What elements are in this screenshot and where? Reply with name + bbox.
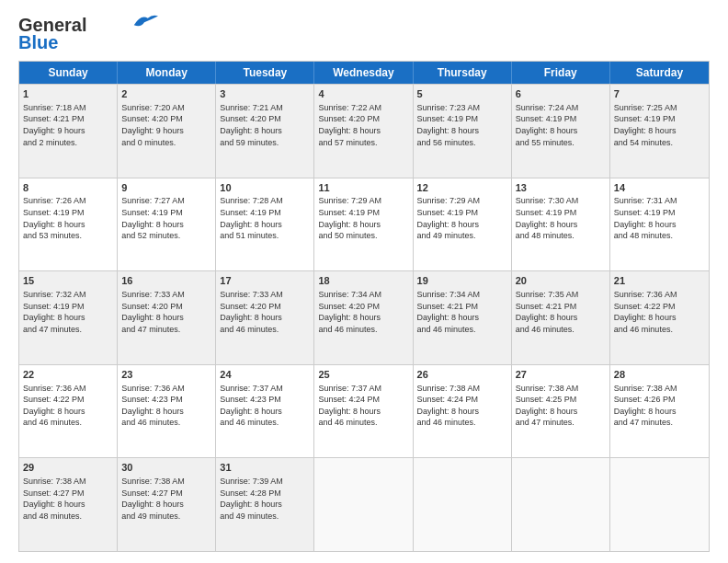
day-info: Daylight: 8 hours <box>614 125 705 137</box>
day-info: Sunrise: 7:29 AM <box>318 195 408 207</box>
day-info: and 46 minutes. <box>614 324 705 336</box>
day-number: 20 <box>516 274 606 288</box>
day-header-thursday: Thursday <box>414 62 512 84</box>
day-number: 10 <box>220 181 310 195</box>
day-info: Daylight: 8 hours <box>417 406 507 418</box>
day-info: Daylight: 8 hours <box>220 125 310 137</box>
calendar-week: 22Sunrise: 7:36 AMSunset: 4:22 PMDayligh… <box>19 364 709 458</box>
day-info: and 49 minutes. <box>417 230 507 242</box>
day-header-monday: Monday <box>118 62 216 84</box>
day-info: Sunset: 4:21 PM <box>516 301 606 313</box>
day-info: Sunrise: 7:30 AM <box>516 195 606 207</box>
calendar-day-14: 14Sunrise: 7:31 AMSunset: 4:19 PMDayligh… <box>610 178 709 271</box>
day-info: Sunrise: 7:25 AM <box>614 102 705 114</box>
day-info: Sunrise: 7:38 AM <box>23 476 113 488</box>
calendar-day-22: 22Sunrise: 7:36 AMSunset: 4:22 PMDayligh… <box>19 365 118 458</box>
day-info: Sunset: 4:20 PM <box>121 301 211 313</box>
day-info: and 46 minutes. <box>417 417 507 429</box>
calendar-day-21: 21Sunrise: 7:36 AMSunset: 4:22 PMDayligh… <box>610 271 709 364</box>
day-info: Sunrise: 7:18 AM <box>23 102 113 114</box>
page: General Blue SundayMondayTuesdayWednesda… <box>0 0 728 563</box>
calendar-week: 8Sunrise: 7:26 AMSunset: 4:19 PMDaylight… <box>19 178 709 271</box>
day-info: Sunrise: 7:34 AM <box>318 289 408 301</box>
calendar-day-4: 4Sunrise: 7:22 AMSunset: 4:20 PMDaylight… <box>314 85 413 178</box>
day-info: Daylight: 8 hours <box>614 219 705 231</box>
calendar-day-7: 7Sunrise: 7:25 AMSunset: 4:19 PMDaylight… <box>610 85 709 178</box>
day-number: 19 <box>417 274 507 288</box>
day-info: Sunset: 4:24 PM <box>417 394 507 406</box>
day-info: and 48 minutes. <box>516 230 606 242</box>
day-info: and 46 minutes. <box>318 324 408 336</box>
day-number: 5 <box>417 87 507 101</box>
day-info: and 51 minutes. <box>220 230 310 242</box>
day-info: Daylight: 8 hours <box>614 312 705 324</box>
day-info: and 49 minutes. <box>220 511 310 523</box>
day-info: Sunset: 4:19 PM <box>417 207 507 219</box>
day-info: Sunset: 4:19 PM <box>614 113 705 125</box>
logo-bird-icon <box>131 12 158 29</box>
calendar-day-8: 8Sunrise: 7:26 AMSunset: 4:19 PMDaylight… <box>19 178 118 271</box>
day-info: and 57 minutes. <box>318 137 408 149</box>
day-number: 2 <box>121 87 211 101</box>
calendar-day-27: 27Sunrise: 7:38 AMSunset: 4:25 PMDayligh… <box>512 365 610 458</box>
day-number: 25 <box>318 368 408 382</box>
day-info: Sunset: 4:22 PM <box>614 301 705 313</box>
day-info: Sunrise: 7:20 AM <box>121 102 211 114</box>
day-info: Sunset: 4:20 PM <box>318 301 408 313</box>
day-info: Sunrise: 7:26 AM <box>23 195 113 207</box>
day-info: Sunset: 4:20 PM <box>318 113 408 125</box>
day-info: Daylight: 8 hours <box>516 219 606 231</box>
day-info: Sunset: 4:19 PM <box>23 207 113 219</box>
day-info: Daylight: 9 hours <box>121 125 211 137</box>
day-info: and 47 minutes. <box>121 324 211 336</box>
day-info: Sunrise: 7:29 AM <box>417 195 507 207</box>
day-info: and 53 minutes. <box>23 230 113 242</box>
day-info: Sunset: 4:25 PM <box>516 394 606 406</box>
day-number: 16 <box>121 274 211 288</box>
day-number: 1 <box>23 87 113 101</box>
day-info: Sunrise: 7:39 AM <box>220 476 310 488</box>
day-info: Sunset: 4:27 PM <box>23 488 113 500</box>
day-info: Sunrise: 7:34 AM <box>417 289 507 301</box>
day-info: Daylight: 8 hours <box>417 219 507 231</box>
header: General Blue <box>18 15 710 53</box>
day-info: and 47 minutes. <box>516 417 606 429</box>
day-info: Daylight: 8 hours <box>23 406 113 418</box>
day-info: Sunrise: 7:24 AM <box>516 102 606 114</box>
day-info: Daylight: 8 hours <box>220 312 310 324</box>
calendar-day-25: 25Sunrise: 7:37 AMSunset: 4:24 PMDayligh… <box>314 365 413 458</box>
day-info: and 46 minutes. <box>23 417 113 429</box>
day-info: and 49 minutes. <box>121 511 211 523</box>
day-info: Daylight: 8 hours <box>23 499 113 511</box>
calendar-day-17: 17Sunrise: 7:33 AMSunset: 4:20 PMDayligh… <box>216 271 314 364</box>
calendar-day-1: 1Sunrise: 7:18 AMSunset: 4:21 PMDaylight… <box>19 85 118 178</box>
day-info: and 56 minutes. <box>417 137 507 149</box>
day-info: Sunset: 4:21 PM <box>417 301 507 313</box>
calendar-day-16: 16Sunrise: 7:33 AMSunset: 4:20 PMDayligh… <box>118 271 216 364</box>
day-info: Daylight: 8 hours <box>121 219 211 231</box>
day-header-saturday: Saturday <box>610 62 709 84</box>
day-number: 15 <box>23 274 113 288</box>
day-number: 24 <box>220 368 310 382</box>
day-info: and 2 minutes. <box>23 137 113 149</box>
day-info: and 54 minutes. <box>614 137 705 149</box>
calendar-day-5: 5Sunrise: 7:23 AMSunset: 4:19 PMDaylight… <box>414 85 512 178</box>
day-info: Daylight: 8 hours <box>614 406 705 418</box>
calendar-day-20: 20Sunrise: 7:35 AMSunset: 4:21 PMDayligh… <box>512 271 610 364</box>
day-info: Daylight: 8 hours <box>121 312 211 324</box>
day-info: Sunrise: 7:33 AM <box>220 289 310 301</box>
day-info: Daylight: 8 hours <box>318 406 408 418</box>
calendar: SundayMondayTuesdayWednesdayThursdayFrid… <box>18 61 710 552</box>
day-info: Daylight: 8 hours <box>516 312 606 324</box>
day-info: Sunset: 4:19 PM <box>23 301 113 313</box>
calendar-day-empty <box>314 458 413 551</box>
calendar-day-2: 2Sunrise: 7:20 AMSunset: 4:20 PMDaylight… <box>118 85 216 178</box>
day-info: Sunrise: 7:37 AM <box>318 383 408 395</box>
day-number: 29 <box>23 461 113 475</box>
day-info: and 48 minutes. <box>23 511 113 523</box>
day-number: 17 <box>220 274 310 288</box>
day-info: Daylight: 8 hours <box>318 219 408 231</box>
day-info: Sunset: 4:19 PM <box>220 207 310 219</box>
day-info: and 46 minutes. <box>220 324 310 336</box>
day-info: Sunrise: 7:27 AM <box>121 195 211 207</box>
